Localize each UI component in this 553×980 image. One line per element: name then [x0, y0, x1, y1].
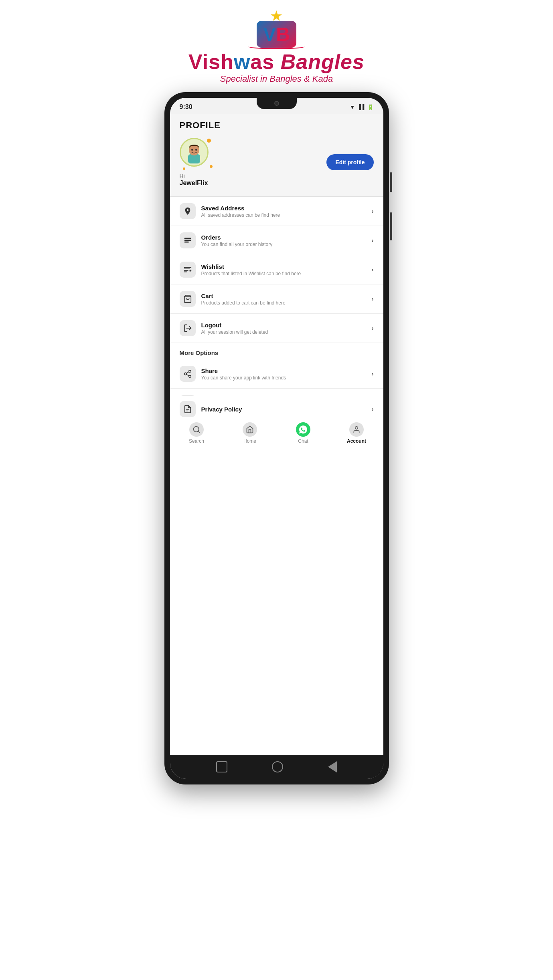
menu-item-cart[interactable]: Cart Products added to cart can be find … — [170, 284, 383, 314]
chevron-right-icon: › — [372, 208, 374, 214]
privacy-title: Privacy Policy — [201, 406, 372, 413]
more-options-label: More Options — [170, 343, 383, 359]
chevron-right-icon: › — [372, 237, 374, 244]
chevron-right-icon: › — [372, 406, 374, 412]
bottom-navigation: Privacy Policy › Search — [170, 418, 383, 450]
logout-title: Logout — [201, 322, 372, 329]
search-nav-label: Search — [189, 438, 204, 444]
share-icon-wrap — [180, 366, 196, 382]
phone-frame: 9:30 ▼ ▐▐ 🔋 PROFILE — [164, 92, 389, 784]
back-square-btn[interactable] — [216, 761, 227, 772]
chat-nav-icon — [296, 422, 310, 437]
menu-item-orders[interactable]: Orders You can find all your order histo… — [170, 226, 383, 255]
saved-address-desc: All saved addresses can be find here — [201, 212, 372, 218]
search-nav-icon — [189, 422, 204, 437]
avatar-container — [180, 138, 212, 170]
share-desc: You can share your app link with friends — [201, 375, 372, 381]
nav-item-search[interactable]: Search — [184, 422, 209, 444]
wishlist-title: Wishlist — [201, 263, 372, 270]
chevron-right-icon: › — [372, 325, 374, 331]
privacy-text: Privacy Policy — [201, 406, 372, 413]
saved-address-icon-wrap — [180, 203, 196, 219]
cart-icon-wrap — [180, 291, 196, 307]
status-icons: ▼ ▐▐ 🔋 — [350, 104, 374, 110]
cart-text: Cart Products added to cart can be find … — [201, 292, 372, 306]
screen-content: PROFILE — [170, 114, 383, 755]
svg-rect-4 — [184, 238, 191, 239]
front-camera — [274, 101, 279, 106]
orders-text: Orders You can find all your order histo… — [201, 234, 372, 247]
back-triangle-btn[interactable] — [328, 761, 337, 772]
nav-item-home[interactable]: Home — [238, 422, 262, 444]
menu-list: Saved Address All saved addresses can be… — [170, 197, 383, 343]
logout-text: Logout All your session will get deleted — [201, 322, 372, 335]
logout-icon — [183, 324, 192, 333]
svg-rect-6 — [184, 242, 188, 243]
saved-address-title: Saved Address — [201, 205, 372, 212]
svg-rect-0 — [188, 154, 200, 163]
home-circle-btn[interactable] — [272, 761, 283, 772]
username: JewelFlix — [180, 179, 208, 187]
user-greeting: Hi — [180, 173, 185, 179]
wishlist-text: Wishlist Products that listed in Wishlis… — [201, 263, 372, 276]
avatar-dot — [210, 165, 213, 168]
menu-item-wishlist[interactable]: Wishlist Products that listed in Wishlis… — [170, 255, 383, 284]
brand-tagline: Specialist in Bangles & Kada — [220, 74, 333, 84]
nav-item-chat[interactable]: Chat — [291, 422, 315, 444]
menu-item-logout[interactable]: Logout All your session will get deleted… — [170, 314, 383, 343]
menu-item-saved-address[interactable]: Saved Address All saved addresses can be… — [170, 197, 383, 226]
privacy-icon-wrap — [180, 401, 196, 417]
menu-item-share[interactable]: Share You can share your app link with f… — [170, 359, 383, 389]
share-icon — [183, 369, 192, 378]
nav-item-account[interactable]: Account — [344, 422, 369, 444]
avatar — [180, 138, 209, 167]
side-button-1 — [390, 172, 392, 192]
brand-header: ★ VB Vishwas Bangles Specialist in Bangl… — [188, 0, 365, 92]
avatar-dot — [183, 167, 185, 170]
orders-icon-wrap — [180, 232, 196, 248]
brand-name: Vishwas Bangles — [188, 50, 365, 74]
brand-logo: ★ VB — [252, 12, 300, 44]
svg-point-22 — [355, 427, 358, 430]
orders-desc: You can find all your order history — [201, 242, 372, 247]
svg-point-10 — [188, 370, 191, 373]
orders-title: Orders — [201, 234, 372, 241]
wishlist-icon — [183, 265, 192, 274]
notch — [257, 98, 297, 109]
saved-address-text: Saved Address All saved addresses can be… — [201, 205, 372, 218]
account-nav-icon — [349, 422, 364, 437]
svg-point-12 — [188, 375, 191, 378]
logout-icon-wrap — [180, 320, 196, 336]
location-icon — [183, 207, 192, 216]
status-bar: 9:30 ▼ ▐▐ 🔋 — [170, 98, 383, 114]
svg-point-11 — [184, 373, 186, 375]
avatar-dot — [207, 139, 211, 143]
home-nav-icon — [243, 422, 257, 437]
account-nav-label: Account — [347, 438, 366, 444]
cart-desc: Products added to cart can be find here — [201, 300, 372, 306]
document-icon — [183, 405, 192, 413]
svg-line-13 — [186, 374, 188, 376]
chevron-right-icon: › — [372, 371, 374, 377]
cart-icon — [183, 294, 192, 303]
svg-rect-7 — [189, 270, 191, 272]
svg-point-2 — [191, 149, 193, 151]
wishlist-desc: Products that listed in Wishlist can be … — [201, 271, 372, 276]
battery-icon: 🔋 — [367, 104, 374, 110]
edit-profile-button[interactable]: Edit profile — [326, 154, 373, 170]
side-button-2 — [390, 212, 392, 240]
orders-icon — [183, 236, 192, 245]
wishlist-icon-wrap — [180, 262, 196, 278]
logout-desc: All your session will get deleted — [201, 329, 372, 335]
share-text: Share You can share your app link with f… — [201, 367, 372, 381]
svg-point-1 — [189, 145, 199, 155]
home-nav-label: Home — [243, 438, 256, 444]
phone-screen: 9:30 ▼ ▐▐ 🔋 PROFILE — [170, 98, 383, 779]
chevron-right-icon: › — [372, 296, 374, 302]
phone-bottom-bar — [170, 755, 383, 779]
svg-line-14 — [186, 372, 188, 373]
svg-rect-5 — [184, 240, 191, 241]
share-title: Share — [201, 367, 372, 374]
avatar-section: Hi JewelFlix — [180, 138, 212, 187]
wifi-icon: ▼ — [350, 104, 355, 110]
